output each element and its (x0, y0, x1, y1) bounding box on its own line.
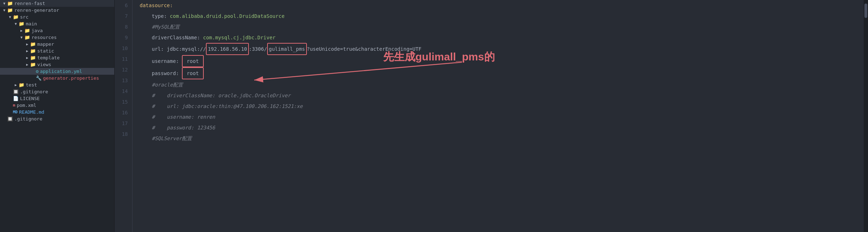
code-line-6: datasource: (140, 0, 864, 11)
sidebar-label-generator-props: generator.properties (43, 75, 99, 81)
highlight-username: root (182, 55, 204, 67)
code-line-16: # username: renren (140, 112, 864, 122)
sidebar-item-generator-props[interactable]: ▶ 🔧 generator.properties (0, 75, 114, 82)
tree-arrow-renren-generator: ▼ (1, 8, 7, 12)
code-text-6: datasource: (140, 0, 173, 11)
sidebar-label-test: test (26, 82, 37, 88)
tree-arrow-java: ▶ (19, 29, 24, 33)
sidebar-label-java: java (32, 28, 43, 33)
sidebar-item-src[interactable]: ▼ 📁 src (0, 14, 114, 20)
yaml-icon: ⚙ (36, 69, 39, 74)
code-line-10: url: jdbc:mysql://192.168.56.10:3306/gul… (140, 43, 864, 55)
tree-arrow-static: ▶ (24, 49, 30, 53)
code-line-18: #SQLServer配置 (140, 133, 864, 144)
code-editor: 6 7 8 9 10 11 12 13 14 15 16 17 18 datas… (115, 0, 864, 232)
folder-icon-static: 📁 (30, 48, 36, 54)
tree-arrow-test: ▶ (13, 83, 19, 87)
sidebar-item-static[interactable]: ▶ 📁 static (0, 48, 114, 54)
sidebar-label-src: src (20, 14, 28, 20)
license-icon: 📄 (13, 96, 19, 101)
folder-icon-java: 📁 (24, 28, 30, 33)
sidebar-item-renren-fast[interactable]: ▼ 📁 renren-fast (0, 0, 114, 7)
tree-arrow-template: ▶ (24, 56, 30, 60)
folder-icon-main: 📁 (19, 21, 24, 26)
code-line-13: #oracle配置 (140, 79, 864, 90)
sidebar-label-renren-fast: renren-fast (14, 1, 45, 6)
sidebar-label-renren-generator: renren-generator (14, 8, 59, 13)
git-icon: 🔲 (13, 89, 19, 94)
sidebar-item-renren-generator[interactable]: ▼ 📁 renren-generator (0, 7, 114, 14)
folder-icon-views: 📁 (30, 62, 36, 67)
file-tree[interactable]: ▼ 📁 renren-fast ▼ 📁 renren-generator ▼ 📁… (0, 0, 115, 232)
tree-arrow-main: ▼ (13, 22, 19, 26)
sidebar-item-views[interactable]: ▶ 📁 views (0, 61, 114, 68)
sidebar-label-gitignore: .gitignore (20, 89, 48, 94)
sidebar-label-license: LICENSE (20, 96, 40, 101)
tree-arrow-renren-fast: ▼ (1, 1, 7, 5)
sidebar-item-java[interactable]: ▶ 📁 java (0, 27, 114, 34)
tree-arrow-views: ▶ (24, 63, 30, 66)
folder-icon-mapper: 📁 (30, 41, 36, 47)
sidebar-item-readme[interactable]: ▶ MD README.md (0, 109, 114, 115)
tree-arrow-src: ▼ (7, 15, 13, 19)
editor-body: 6 7 8 9 10 11 12 13 14 15 16 17 18 datas… (115, 0, 864, 232)
sidebar-label-resources: resources (32, 35, 57, 40)
folder-icon-template: 📁 (30, 55, 36, 60)
sidebar-item-test[interactable]: ▶ 📁 test (0, 82, 114, 88)
folder-icon-src: 📁 (13, 14, 19, 20)
folder-icon-resources: 📁 (24, 35, 30, 40)
sidebar-label-readme: README.md (19, 109, 44, 115)
sidebar-label-views: views (37, 62, 51, 67)
scrollbar-thumb (864, 4, 867, 18)
highlight-db: gulimall_pms (267, 43, 307, 55)
sidebar-item-license[interactable]: ▶ 📄 LICENSE (0, 95, 114, 102)
sidebar-item-resources[interactable]: ▼ 📁 resources (0, 34, 114, 41)
md-icon: MD (13, 110, 18, 114)
sidebar-label-pom-xml: pom.xml (17, 103, 37, 108)
highlight-ip: 192.168.56.10 (206, 43, 249, 55)
code-line-12: password: root (140, 67, 864, 79)
right-scrollbar[interactable] (864, 0, 868, 232)
sidebar-item-template[interactable]: ▶ 📁 template (0, 54, 114, 61)
sidebar-label-application-yml: application.yml (40, 69, 82, 74)
sidebar-label-main: main (26, 21, 37, 26)
sidebar-label-static: static (37, 48, 54, 54)
line-numbers: 6 7 8 9 10 11 12 13 14 15 16 17 18 (115, 0, 132, 232)
sidebar-item-application-yml[interactable]: ▶ ⚙ application.yml (0, 68, 114, 75)
folder-icon-renren-fast: 📁 (7, 1, 13, 6)
folder-icon-renren-generator: 📁 (7, 8, 13, 13)
code-line-15: # url: jdbc:oracle:thin:@47.100.206.162:… (140, 101, 864, 112)
root-git-icon: 🔲 (7, 116, 13, 122)
tree-arrow-resources: ▼ (19, 35, 24, 39)
props-icon: 🔧 (36, 75, 42, 81)
code-line-17: # password: 123456 (140, 122, 864, 133)
folder-icon-test: 📁 (19, 82, 24, 88)
highlight-password: root (182, 67, 204, 79)
code-line-8: #MySQL配置 (140, 21, 864, 32)
sidebar-label-template: template (37, 55, 60, 60)
sidebar-label-mapper: mapper (37, 41, 54, 47)
annotation-text: 先生成gulimall_pms的 (383, 51, 495, 62)
code-line-7: type: com.alibaba.druid.pool.DruidDataSo… (140, 11, 864, 21)
sidebar-label-root-gitignore: .gitignore (14, 116, 42, 122)
sidebar-item-gitignore[interactable]: ▶ 🔲 .gitignore (0, 88, 114, 95)
code-line-11: username: root 先生成gulimall_pms的 (140, 55, 864, 67)
sidebar-item-pom-xml[interactable]: ▶ m pom.xml (0, 102, 114, 109)
tree-arrow-mapper: ▶ (24, 42, 30, 46)
code-line-9: driverClassName: com.mysql.cj.jdbc.Drive… (140, 32, 864, 43)
sidebar-item-mapper[interactable]: ▶ 📁 mapper (0, 41, 114, 48)
code-content: datasource: type: com.alibaba.druid.pool… (132, 0, 864, 232)
xml-icon: m (13, 103, 15, 108)
sidebar-item-main[interactable]: ▼ 📁 main (0, 20, 114, 27)
sidebar-item-root-gitignore[interactable]: ▶ 🔲 .gitignore (0, 115, 114, 122)
code-line-14: # driverClassName: oracle.jdbc.OracleDri… (140, 90, 864, 101)
